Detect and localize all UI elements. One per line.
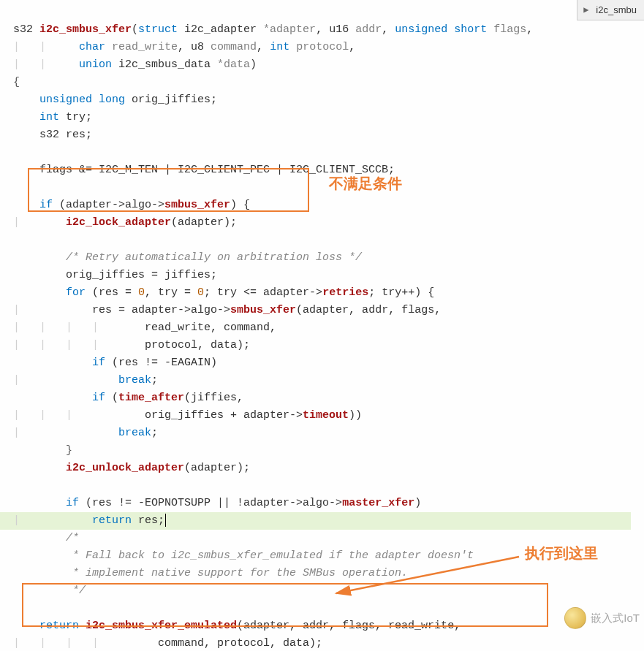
code-line: if (res != -EAGAIN)	[13, 357, 217, 369]
code-line: if (res != -EOPNOTSUPP || !adapter->algo…	[13, 497, 421, 509]
code-line: | | char read_write, u8 command, int pro…	[13, 41, 355, 53]
code-line: int try;	[13, 111, 92, 123]
annotation-box-return	[22, 583, 548, 627]
code-line: | res = adapter->algo->smbus_xfer(adapte…	[13, 304, 441, 316]
watermark: 嵌入式IoT	[564, 607, 640, 629]
code-line: for (res = 0, try = 0; try <= adapter->r…	[13, 286, 434, 299]
code-line: /* Retry automatically on arbitration lo…	[13, 251, 362, 264]
code-line: | i2c_lock_adapter(adapter);	[13, 216, 237, 229]
annotation-label-execute: 执行到这里	[525, 544, 598, 563]
code-line	[13, 234, 20, 246]
code-line: * Fall back to i2c_smbus_xfer_emulated i…	[13, 549, 474, 562]
code-line: s32 i2c_smbus_xfer(struct i2c_adapter *a…	[13, 23, 533, 36]
code-line: | break;	[13, 427, 158, 439]
code-line: i2c_unlock_adapter(adapter);	[13, 462, 250, 474]
code-line: | | | orig_jiffies + adapter->timeout))	[13, 409, 362, 422]
code-line: s32 res;	[13, 129, 92, 141]
code-line	[13, 146, 20, 159]
code-line: | break;	[13, 374, 158, 387]
text-cursor	[165, 514, 166, 527]
code-line	[13, 181, 20, 194]
code-line	[13, 602, 20, 614]
code-line: | | | | read_write, command,	[13, 321, 276, 334]
code-line: unsigned long orig_jiffies;	[13, 94, 217, 106]
code-line	[13, 479, 20, 492]
code-line: * implement native support for the SMBus…	[13, 567, 408, 579]
code-line: {	[13, 76, 20, 88]
code-line: | | union i2c_smbus_data *data)	[13, 58, 257, 71]
annotation-box-condition	[28, 168, 309, 212]
code-line: orig_jiffies = jiffies;	[13, 269, 217, 281]
highlighted-line: | return res;	[0, 512, 631, 530]
watermark-text: 嵌入式IoT	[591, 612, 640, 625]
watermark-icon	[564, 607, 586, 629]
code-line: if (time_after(jiffies,	[13, 392, 243, 404]
code-line: | | | | protocol, data);	[13, 339, 250, 351]
code-line: }	[13, 444, 72, 457]
code-line: | | | | command, protocol, data);	[13, 637, 322, 650]
annotation-label-condition: 不满足条件	[329, 174, 402, 194]
code-line: /*	[13, 532, 79, 544]
